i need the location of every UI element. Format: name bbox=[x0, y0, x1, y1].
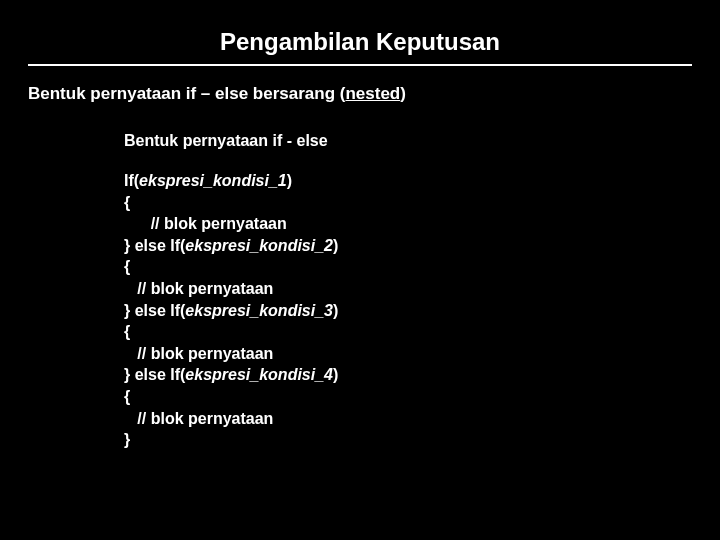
section-heading: Bentuk pernyataan if - else bbox=[124, 132, 720, 150]
code-line-10: } else If(ekspresi_kondisi_4) bbox=[124, 366, 338, 383]
code-text: } else If( bbox=[124, 237, 185, 254]
code-line-7: } else If(ekspresi_kondisi_3) bbox=[124, 302, 338, 319]
code-italic: ekspresi_kondisi_4 bbox=[185, 366, 333, 383]
code-line-12: // blok pernyataan bbox=[124, 410, 273, 427]
code-line-13: } bbox=[124, 431, 130, 448]
code-line-8: { bbox=[124, 323, 130, 340]
code-text: ) bbox=[333, 237, 338, 254]
code-line-9: // blok pernyataan bbox=[124, 345, 273, 362]
code-italic: ekspresi_kondisi_3 bbox=[185, 302, 333, 319]
code-line-11: { bbox=[124, 388, 130, 405]
code-line-6: // blok pernyataan bbox=[124, 280, 273, 297]
subtitle: Bentuk pernyataan if – else bersarang (n… bbox=[28, 84, 720, 104]
code-text: } else If( bbox=[124, 366, 185, 383]
code-block: If(ekspresi_kondisi_1) { // blok pernyat… bbox=[124, 170, 720, 451]
code-text: ) bbox=[333, 302, 338, 319]
slide: Pengambilan Keputusan Bentuk pernyataan … bbox=[0, 0, 720, 540]
code-line-3: // blok pernyataan bbox=[124, 215, 287, 232]
code-line-1: If(ekspresi_kondisi_1) bbox=[124, 172, 292, 189]
code-italic: ekspresi_kondisi_1 bbox=[139, 172, 287, 189]
title-divider bbox=[28, 64, 692, 66]
subtitle-underlined: nested bbox=[345, 84, 400, 103]
subtitle-suffix: ) bbox=[400, 84, 406, 103]
code-text: ) bbox=[287, 172, 292, 189]
code-line-5: { bbox=[124, 258, 130, 275]
subtitle-prefix: Bentuk pernyataan if – else bersarang ( bbox=[28, 84, 345, 103]
code-text: ) bbox=[333, 366, 338, 383]
code-text: If( bbox=[124, 172, 139, 189]
code-text: } else If( bbox=[124, 302, 185, 319]
slide-title: Pengambilan Keputusan bbox=[0, 0, 720, 64]
code-line-2: { bbox=[124, 194, 130, 211]
code-italic: ekspresi_kondisi_2 bbox=[185, 237, 333, 254]
code-line-4: } else If(ekspresi_kondisi_2) bbox=[124, 237, 338, 254]
